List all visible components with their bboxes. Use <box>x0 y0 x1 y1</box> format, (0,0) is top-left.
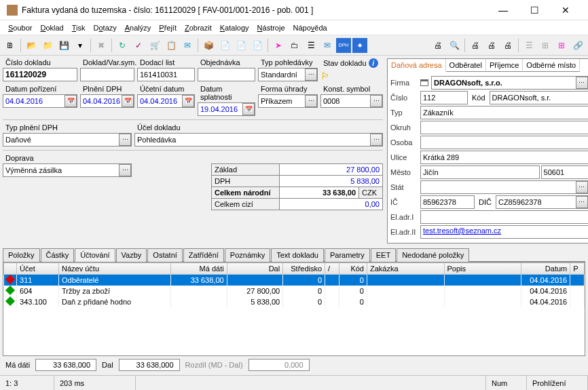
print2-icon[interactable]: 🖨 <box>468 38 483 53</box>
tab-poznamky[interactable]: Poznámky <box>225 248 270 262</box>
save-icon[interactable]: 💾 <box>56 38 71 53</box>
doc2-icon[interactable]: 📄 <box>234 38 249 53</box>
print4-icon[interactable]: 🖨 <box>500 38 515 53</box>
tab-zatrideni[interactable]: Zatřídění <box>183 248 224 262</box>
tab-vazby[interactable]: Vazby <box>116 248 147 262</box>
delete-icon[interactable]: ✖ <box>94 38 109 53</box>
grid-icon[interactable]: ⊞ <box>554 38 569 53</box>
calendar-icon[interactable]: 📅 <box>122 95 134 107</box>
tab-nedodane[interactable]: Nedodané položky <box>397 248 469 262</box>
lookup-icon[interactable]: ⋯ <box>370 95 382 107</box>
close-button[interactable]: ✕ <box>550 0 581 20</box>
info-icon[interactable]: i <box>369 58 378 68</box>
dropdown-icon[interactable]: ▾ <box>73 38 88 53</box>
link-icon[interactable]: 🔗 <box>570 38 585 53</box>
typ-pohl-input[interactable]: Standardní⋯ <box>258 68 318 81</box>
menu-napoveda[interactable]: Nápověda <box>289 22 331 33</box>
lookup-icon[interactable]: ⋯ <box>576 181 588 193</box>
menu-dotazy[interactable]: Dotazy <box>90 22 121 33</box>
menu-tisk[interactable]: Tisk <box>68 22 90 33</box>
lookup-icon[interactable]: ⋯ <box>119 134 131 146</box>
menu-prejit[interactable]: Přejít <box>155 22 181 33</box>
table-icon[interactable]: ⊞ <box>538 38 553 53</box>
doc1-icon[interactable]: 📄 <box>217 38 232 53</box>
ulice-input[interactable] <box>420 151 588 164</box>
lookup-icon[interactable]: ⋯ <box>370 134 382 146</box>
mesto-input[interactable] <box>420 165 540 179</box>
calendar-icon[interactable]: 📅 <box>242 103 255 115</box>
list-icon[interactable]: ☰ <box>521 38 536 53</box>
eladr2-link[interactable]: test.tresoft@seznam.cz <box>423 227 501 235</box>
ic-input[interactable] <box>420 195 475 209</box>
box-icon[interactable]: 📦 <box>201 38 216 53</box>
lookup-icon[interactable]: ⋯ <box>576 77 588 89</box>
folder-icon[interactable]: 🗀 <box>287 38 302 53</box>
ucel-dokladu-input[interactable]: Pohledávka⋯ <box>134 133 383 147</box>
cislo-dokladu-input[interactable] <box>3 68 77 81</box>
tab-prijemce[interactable]: Příjemce <box>486 59 523 72</box>
uctovani-grid[interactable]: ÚčetNázev účtuMá dátiDalStředisko/KódZak… <box>3 262 585 356</box>
cislo-input[interactable] <box>420 91 468 104</box>
preview-icon[interactable]: 🔍 <box>447 38 462 53</box>
tab-ostatni[interactable]: Ostatní <box>147 248 182 262</box>
menu-soubor[interactable]: Soubor <box>4 22 36 33</box>
lookup-icon[interactable]: ⋯ <box>305 95 317 107</box>
tab-eet[interactable]: EET <box>371 248 396 262</box>
new-icon[interactable]: 🗎 <box>3 38 18 53</box>
cart-icon[interactable]: 🛒 <box>147 38 162 53</box>
tab-danova-adresa[interactable]: Daňová adresa <box>388 59 446 72</box>
datum-porizeni-input[interactable]: 04.04.2016📅 <box>3 94 77 108</box>
open2-icon[interactable]: 📁 <box>40 38 55 53</box>
open-icon[interactable]: 📂 <box>24 38 39 53</box>
sms-icon[interactable]: ✉ <box>180 38 195 53</box>
konst-symbol-input[interactable]: 0008⋯ <box>320 94 383 108</box>
lookup-icon[interactable]: ⋯ <box>576 196 588 208</box>
table-row[interactable]: 343.100Daň z přidané hodno 5 838,00 00 0… <box>4 296 585 307</box>
datum-splatnosti-input[interactable]: 19.04.2016📅 <box>198 102 255 116</box>
badge-icon[interactable]: ◆ <box>352 38 367 53</box>
typ-plneni-input[interactable]: Daňové⋯ <box>3 133 132 147</box>
menu-doklad[interactable]: Doklad <box>36 22 67 33</box>
kod-input[interactable] <box>490 91 588 104</box>
plneni-dph-input[interactable]: 04.04.2016📅 <box>80 94 134 108</box>
tab-odberatel[interactable]: Odběratel <box>446 59 486 72</box>
copy-icon[interactable]: 📋 <box>164 38 179 53</box>
dph-icon[interactable]: DPH <box>336 38 351 53</box>
minimize-button[interactable]: — <box>488 0 519 20</box>
msg-icon[interactable]: ✉ <box>320 38 335 53</box>
marker-icon[interactable]: ➤ <box>271 38 286 53</box>
forma-uhrady-input[interactable]: Příkazem⋯ <box>258 94 318 108</box>
refresh-icon[interactable]: ↻ <box>115 38 130 53</box>
ucetni-datum-input[interactable]: 04.04.2016📅 <box>137 94 195 108</box>
doklad-vs-input[interactable] <box>80 68 134 81</box>
calendar-icon[interactable]: 📅 <box>65 95 77 107</box>
maximize-button[interactable]: ☐ <box>519 0 550 20</box>
tab-odberne-misto[interactable]: Odběrné místo <box>523 59 580 72</box>
lookup-icon[interactable]: ⋯ <box>119 164 131 176</box>
menu-katalogy[interactable]: Katalogy <box>216 22 253 33</box>
dic-input[interactable]: CZ85962378⋯ <box>496 195 588 209</box>
barcode-icon[interactable]: ☰ <box>304 38 318 53</box>
tab-polozky[interactable]: Položky <box>3 248 40 262</box>
eladr1-input[interactable] <box>420 210 588 224</box>
dodaci-list-input[interactable] <box>137 68 195 81</box>
print3-icon[interactable]: 🖨 <box>484 38 499 53</box>
tab-castky[interactable]: Částky <box>41 248 75 262</box>
calendar-icon[interactable]: 📅 <box>182 95 194 107</box>
psc-input[interactable] <box>541 165 588 179</box>
okruh-input[interactable] <box>420 121 588 134</box>
lookup-icon[interactable]: ⋯ <box>305 69 317 81</box>
menu-nastroje[interactable]: Nástroje <box>253 22 289 33</box>
firma-input[interactable]: DRAGONsoft, s.r.o.⋯ <box>431 76 588 90</box>
doprava-input[interactable]: Výměnná zásilka⋯ <box>3 163 132 177</box>
table-row[interactable]: 604Tržby za zboží 27 800,00 00 04.04.201… <box>4 286 585 296</box>
tab-text-dokladu[interactable]: Text dokladu <box>271 248 324 262</box>
osoba-input[interactable] <box>420 136 588 149</box>
stat-input[interactable]: ⋯ <box>420 180 588 194</box>
tab-parametry[interactable]: Parametry <box>325 248 370 262</box>
typ-input[interactable] <box>420 106 588 119</box>
print-icon[interactable]: 🖨 <box>430 38 445 53</box>
tab-uctovani[interactable]: Účtování <box>75 248 115 262</box>
doc3-icon[interactable]: 📄 <box>250 38 265 53</box>
stamp-icon[interactable]: ✓ <box>131 38 146 53</box>
